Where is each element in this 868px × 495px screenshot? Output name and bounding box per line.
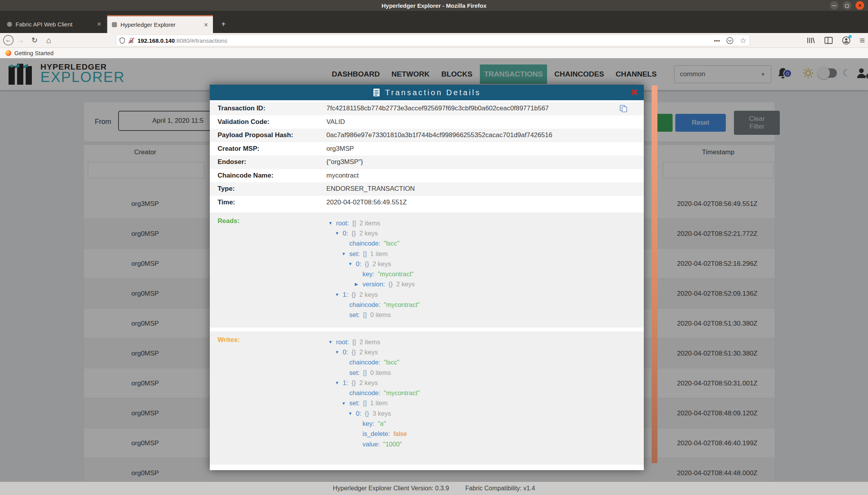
library-icon[interactable] [807, 37, 815, 44]
field-label: Chaincode Name: [218, 172, 274, 180]
window-titlebar[interactable]: Hyperledger Explorer - Mozilla Firefox —… [0, 0, 868, 11]
json-count: 1 item [370, 250, 388, 258]
modal-title: Transaction Details [385, 88, 481, 97]
json-tree-node: chaincode:"mycontract" [328, 300, 420, 310]
tree-toggle-icon[interactable]: ▼ [342, 401, 349, 406]
modal-field-row: Time:2020-04-02T08:56:49.551Z [210, 196, 644, 209]
insecure-lock-icon[interactable] [128, 37, 134, 44]
json-key: 1: [343, 379, 348, 387]
json-value: "a" [378, 420, 386, 427]
json-value: "mycontract" [378, 270, 413, 278]
json-bracket: {} [352, 379, 356, 387]
json-tree-node: ▼1:{}2 keys [328, 289, 420, 300]
bookmark-star-icon[interactable]: ☆ [740, 36, 746, 45]
field-value: 7fc42181158cb774b2773e3accef925697f69c3c… [326, 105, 549, 112]
json-key: 0: [343, 349, 348, 356]
json-key: root: [336, 338, 349, 346]
shield-icon[interactable] [119, 37, 125, 44]
field-value: {"org3MSP"} [326, 158, 363, 166]
json-bracket: [] [352, 220, 356, 227]
tree-toggle-icon[interactable]: ▼ [328, 340, 336, 344]
tree-toggle-icon[interactable]: ▼ [335, 231, 343, 235]
tab-hyperledger-explorer[interactable]: Hyperledger Explorer ✕ [107, 15, 213, 33]
firefox-bookmark-icon [5, 50, 11, 56]
json-count: 1 item [370, 399, 388, 407]
modal-fields: Transaction ID:7fc42181158cb774b2773e3ac… [210, 102, 644, 209]
back-button[interactable]: ← [3, 35, 14, 45]
field-label: Creator MSP: [218, 145, 260, 153]
field-label: Validation Code: [218, 118, 269, 126]
tab-label: Fabric API Web Client [16, 21, 72, 28]
tree-toggle-icon[interactable]: ▼ [348, 261, 356, 266]
browser-toolbar: ← → ↻ ⌂ 192.168.0.140:8080/#/transaction… [0, 33, 868, 48]
tab-close-icon[interactable]: ✕ [97, 21, 101, 27]
json-tree-node: ▼root:[]2 items [328, 218, 420, 228]
json-bracket: [] [363, 311, 367, 319]
json-key: root: [336, 220, 349, 227]
json-value: "mycontract" [384, 301, 420, 309]
json-tree-node: ▼0:{}3 keys [328, 408, 420, 418]
json-tree-node: key:"a" [328, 418, 420, 429]
url-bar[interactable]: 192.168.0.140:8080/#/transactions ••• ☆ [116, 35, 750, 46]
json-key: set: [349, 311, 360, 319]
tree-toggle-icon[interactable]: ▼ [348, 411, 356, 416]
json-count: 2 items [359, 220, 380, 227]
modal-header: Transaction Details ✖ [210, 85, 644, 100]
url-text: 192.168.0.140:8080/#/transactions [138, 37, 227, 44]
tree-toggle-icon[interactable]: ▼ [335, 380, 343, 385]
window-close-button[interactable]: ✕ [856, 1, 864, 10]
writes-json-tree: ▼root:[]2 items▼0:{}2 keyschaincode:"lsc… [328, 337, 420, 449]
json-value: "lscc" [384, 359, 399, 366]
modal-field-row: Payload Proposal Hash:0ac7af986e97e73301… [210, 129, 644, 142]
json-key: 1: [343, 291, 348, 298]
json-bracket: [] [363, 369, 367, 376]
copy-icon[interactable] [619, 105, 627, 113]
page-actions-icon[interactable]: ••• [714, 37, 720, 44]
tree-toggle-icon[interactable]: ▼ [328, 221, 336, 225]
json-count: 2 keys [373, 260, 391, 268]
json-bracket: {} [352, 349, 356, 356]
tree-toggle-icon[interactable]: ▼ [342, 251, 349, 256]
modal-field-row: Validation Code:VALID [210, 115, 644, 129]
field-value: ENDORSER_TRANSACTION [326, 185, 415, 193]
new-tab-button[interactable]: + [218, 18, 229, 30]
home-button[interactable]: ⌂ [42, 36, 56, 45]
json-tree-node: set:[]0 items [328, 310, 420, 320]
tree-toggle-icon[interactable]: ▼ [335, 292, 343, 297]
reload-button[interactable]: ↻ [28, 36, 42, 45]
menu-icon[interactable]: ≡ [860, 35, 865, 46]
modal-close-icon[interactable]: ✖ [631, 88, 638, 97]
field-label: Time: [218, 199, 235, 206]
tree-toggle-icon[interactable]: ▼ [335, 350, 343, 354]
account-notification-dot [849, 35, 852, 38]
json-count: 2 keys [396, 281, 415, 288]
field-label: Type: [218, 185, 235, 193]
pocket-icon[interactable] [726, 37, 734, 44]
json-count: 2 keys [359, 230, 378, 237]
json-count: 0 items [370, 311, 391, 319]
forward-button[interactable]: → [14, 36, 28, 45]
window-minimize-button[interactable]: — [830, 1, 838, 10]
json-bracket: {} [365, 410, 369, 417]
field-label: Transaction ID: [218, 105, 265, 112]
window-maximize-button[interactable]: ▢ [843, 1, 851, 10]
tree-toggle-icon[interactable]: ▶ [355, 282, 363, 287]
json-key: chaincode: [349, 301, 380, 309]
bookmark-getting-started[interactable]: Getting Started [14, 50, 54, 56]
page-scrollbar[interactable] [652, 85, 657, 463]
reads-json-tree: ▼root:[]2 items▼0:{}2 keyschaincode:"lsc… [328, 218, 420, 320]
tab-close-icon[interactable]: ✕ [204, 22, 208, 28]
json-key: 0: [343, 230, 348, 237]
tab-fabric-api-web-client[interactable]: Fabric API Web Client ✕ [2, 15, 106, 33]
sidebars-icon[interactable] [824, 37, 833, 44]
json-bracket: {} [352, 230, 356, 237]
json-count: 2 keys [359, 349, 378, 356]
json-bracket: [] [363, 250, 367, 258]
json-tree-node: ▼0:{}2 keys [328, 228, 420, 238]
screen: Hyperledger Explorer - Mozilla Firefox —… [0, 0, 868, 495]
json-tree-node: ▶version:{}2 keys [328, 279, 420, 289]
json-tree-node: ▼0:{}2 keys [328, 347, 420, 357]
json-tree-node: chaincode:"lscc" [328, 239, 420, 249]
footer-version-text: Hyperledger Explorer Client Version: 0.3… [333, 485, 449, 492]
tab-label: Hyperledger Explorer [120, 21, 176, 28]
